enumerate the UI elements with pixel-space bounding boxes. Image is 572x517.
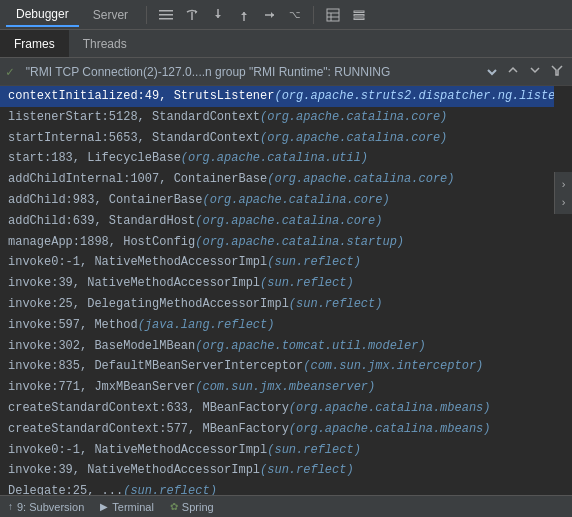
step-into-btn[interactable] — [207, 6, 229, 24]
run-to-cursor-btn[interactable] — [259, 6, 281, 24]
running-check-icon: ✓ — [6, 64, 14, 80]
frame-item[interactable]: invoke0:-1, NativeMethodAccessorImpl (su… — [0, 252, 554, 273]
frame-method: invoke:25, DelegatingMethodAccessorImpl — [8, 296, 289, 313]
frame-method: Delegate:25, ... — [8, 483, 123, 495]
frame-item[interactable]: listenerStart:5128, StandardContext (org… — [0, 107, 554, 128]
frame-item[interactable]: start:183, LifecycleBase (org.apache.cat… — [0, 148, 554, 169]
frame-class: (java.lang.reflect) — [138, 317, 275, 334]
toolbar: Debugger Server ⌥ — [0, 0, 572, 30]
frame-method: addChild:639, StandardHost — [8, 213, 195, 230]
frame-method: manageApp:1898, HostConfig — [8, 234, 195, 251]
frame-method: invoke:771, JmxMBeanServer — [8, 379, 195, 396]
tab-debugger[interactable]: Debugger — [6, 3, 79, 27]
svg-rect-13 — [354, 18, 364, 20]
right-collapse-panel: › › — [554, 172, 572, 214]
subversion-label: 9: Subversion — [17, 501, 84, 513]
hamburger-btn[interactable] — [155, 6, 177, 24]
svg-rect-0 — [159, 10, 173, 12]
tab-frames[interactable]: Frames — [0, 30, 69, 57]
subversion-icon: ↑ — [8, 501, 13, 512]
bottom-bar: ↑ 9: Subversion ▶ Terminal ✿ Spring — [0, 495, 572, 517]
frame-item[interactable]: startInternal:5653, StandardContext (org… — [0, 128, 554, 149]
frame-item[interactable]: createStandardContext:633, MBeanFactory … — [0, 398, 554, 419]
thread-selector[interactable]: "RMI TCP Connection(2)-127.0....n group … — [18, 64, 500, 80]
frame-class: (com.sun.jmx.interceptor) — [303, 358, 483, 375]
frame-class: (org.apache.catalina.mbeans) — [289, 421, 491, 438]
frame-item[interactable]: invoke0:-1, NativeMethodAccessorImpl (su… — [0, 440, 554, 461]
frame-item[interactable]: invoke:39, NativeMethodAccessorImpl (sun… — [0, 460, 554, 481]
frame-item[interactable]: contextInitialized:49, StrutsListener (o… — [0, 86, 554, 107]
spring-icon: ✿ — [170, 501, 178, 512]
svg-rect-11 — [354, 11, 364, 13]
frame-item[interactable]: addChild:983, ContainerBase (org.apache.… — [0, 190, 554, 211]
frame-class: (sun.reflect) — [267, 442, 361, 459]
tab-server[interactable]: Server — [83, 4, 138, 26]
frame-item[interactable]: Delegate:25, ... (sun.reflect) — [0, 481, 554, 495]
frame-item[interactable]: addChild:639, StandardHost (org.apache.c… — [0, 211, 554, 232]
frame-class: (sun.reflect) — [123, 483, 217, 495]
expand-right-btn1[interactable]: › — [560, 176, 568, 192]
frame-method: invoke:39, NativeMethodAccessorImpl — [8, 462, 260, 479]
frame-class: (org.apache.tomcat.util.modeler) — [195, 338, 425, 355]
frame-class: (org.apache.catalina.core) — [195, 213, 382, 230]
filter-btn[interactable] — [548, 62, 566, 81]
frame-item[interactable]: invoke:302, BaseModelMBean (org.apache.t… — [0, 336, 554, 357]
frame-class: (sun.reflect) — [289, 296, 383, 313]
frame-class: (org.apache.catalina.core) — [260, 109, 447, 126]
frame-class: (org.apache.struts2.dispatcher.ng.listen… — [274, 88, 554, 105]
frame-item[interactable]: createStandardContext:577, MBeanFactory … — [0, 419, 554, 440]
frame-item[interactable]: manageApp:1898, HostConfig (org.apache.c… — [0, 232, 554, 253]
frame-class: (org.apache.catalina.mbeans) — [289, 400, 491, 417]
frame-method: createStandardContext:577, MBeanFactory — [8, 421, 289, 438]
step-out-btn[interactable] — [233, 6, 255, 24]
expand-right-btn2[interactable]: › — [560, 194, 568, 210]
bottom-spring[interactable]: ✿ Spring — [170, 501, 214, 513]
scroll-up-btn[interactable] — [504, 62, 522, 81]
frame-method: listenerStart:5128, StandardContext — [8, 109, 260, 126]
frame-item[interactable]: invoke:597, Method (java.lang.reflect) — [0, 315, 554, 336]
frame-method: createStandardContext:633, MBeanFactory — [8, 400, 289, 417]
frame-method: invoke:597, Method — [8, 317, 138, 334]
terminal-label: Terminal — [112, 501, 154, 513]
frame-method: invoke:302, BaseModelMBean — [8, 338, 195, 355]
frame-method: invoke:39, NativeMethodAccessorImpl — [8, 275, 260, 292]
settings-btn[interactable] — [348, 6, 370, 24]
bottom-subversion[interactable]: ↑ 9: Subversion — [8, 501, 84, 513]
app-container: Debugger Server ⌥ Frames Threads — [0, 0, 572, 517]
frame-item[interactable]: invoke:835, DefaultMBeanServerIntercepto… — [0, 356, 554, 377]
frame-method: invoke:835, DefaultMBeanServerIntercepto… — [8, 358, 303, 375]
frame-item[interactable]: invoke:771, JmxMBeanServer (com.sun.jmx.… — [0, 377, 554, 398]
frame-item[interactable]: addChildInternal:1007, ContainerBase (or… — [0, 169, 554, 190]
tab-threads[interactable]: Threads — [69, 30, 141, 57]
frame-method: addChild:983, ContainerBase — [8, 192, 202, 209]
frames-list: contextInitialized:49, StrutsListener (o… — [0, 86, 554, 495]
scroll-down-btn[interactable] — [526, 62, 544, 81]
svg-rect-12 — [354, 14, 364, 16]
frame-class: (org.apache.catalina.util) — [181, 150, 368, 167]
frame-class: (org.apache.catalina.core) — [267, 171, 454, 188]
frame-item[interactable]: invoke:25, DelegatingMethodAccessorImpl … — [0, 294, 554, 315]
evaluate-btn[interactable]: ⌥ — [285, 7, 305, 22]
spring-label: Spring — [182, 501, 214, 513]
separator2 — [313, 6, 314, 24]
frame-method: addChildInternal:1007, ContainerBase — [8, 171, 267, 188]
frame-method: invoke0:-1, NativeMethodAccessorImpl — [8, 442, 267, 459]
frame-class: (org.apache.catalina.startup) — [195, 234, 404, 251]
frame-method: invoke0:-1, NativeMethodAccessorImpl — [8, 254, 267, 271]
frame-class: (org.apache.catalina.core) — [202, 192, 389, 209]
frame-class: (sun.reflect) — [260, 275, 354, 292]
svg-rect-2 — [159, 18, 173, 20]
step-over-btn[interactable] — [181, 6, 203, 24]
svg-rect-1 — [159, 14, 173, 16]
frame-item[interactable]: invoke:39, NativeMethodAccessorImpl (sun… — [0, 273, 554, 294]
frame-method: startInternal:5653, StandardContext — [8, 130, 260, 147]
bottom-terminal[interactable]: ▶ Terminal — [100, 501, 154, 513]
frame-threads-tabs: Frames Threads — [0, 30, 572, 58]
table-btn[interactable] — [322, 6, 344, 24]
terminal-icon: ▶ — [100, 501, 108, 512]
svg-rect-7 — [327, 9, 339, 21]
thread-dropdown-bar: ✓ "RMI TCP Connection(2)-127.0....n grou… — [0, 58, 572, 86]
separator — [146, 6, 147, 24]
frame-class: (sun.reflect) — [267, 254, 361, 271]
frame-class: (sun.reflect) — [260, 462, 354, 479]
